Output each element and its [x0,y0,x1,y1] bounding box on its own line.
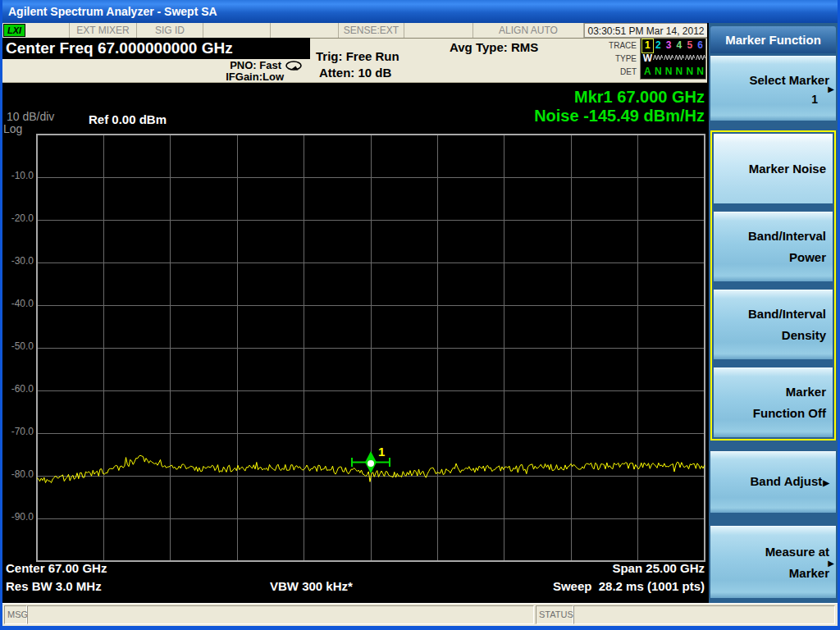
status-cell-empty [203,23,271,38]
marker-freq-readout: Mkr1 67.000 GHz [574,88,705,107]
spectrum-plot: 1 [36,134,705,562]
marker-function-radio-group: Marker NoiseBand/IntervalPowerBand/Inter… [710,130,836,441]
softkey-select-marker[interactable]: Select Marker1▶ [710,56,836,121]
center-freq-annotation: Center 67.00 GHz [6,561,107,575]
trace-5-type-icon [684,52,695,66]
status-cell-ext-mixer: EXT MIXER [70,23,137,38]
continuous-sweep-icon [285,60,304,71]
softkey-band-interval-power-line1: Band/Interval [748,226,826,247]
spectrum-analyzer-window: Agilent Spectrum Analyzer - Swept SA LXI… [0,0,840,630]
y-axis-label--90.0: -90.0 [2,511,34,523]
submenu-arrow-icon: ▶ [828,84,834,94]
status-cell-empty [271,23,339,38]
softkey-marker-noise[interactable]: Marker Noise [714,134,833,203]
status-cell-empty [404,23,473,38]
trace-5-detector: N [684,66,695,79]
display-area: Mkr1 67.000 GHz Noise -145.49 dBm/Hz 10 … [2,83,707,603]
trace-legend-labels: TRACE TYPE DET [582,39,637,78]
ref-level-label: Ref 0.00 dBm [89,112,167,126]
measurement-bar: Center Freq 67.000000000 GHz PNO: Fast I… [2,39,707,83]
status-cell-empty: LXI [2,23,70,38]
datetime-display: 03:30:51 PM Mar 14, 2012 [584,23,707,38]
status-field [573,605,835,624]
ifgain-status: IFGain:Low [226,71,284,83]
softkey-select-marker-value: 1 [811,91,829,107]
trace-numbers-row: 123456 [642,39,705,52]
softkey-band-interval-density-line2: Density [782,325,826,346]
trace-5-number: 5 [684,39,695,52]
y-axis-label--40.0: -40.0 [2,298,34,309]
trace-detectors-row: ANNNNN [642,66,705,79]
scale-per-div-label: 10 dB/div [7,110,54,123]
active-function-readout: Center Freq 67.000000000 GHz [2,38,310,59]
trace-6-type-icon [695,52,705,66]
softkey-marker-function-off-line1: Marker [786,381,826,403]
attenuation-status: Atten: 10 dB [319,66,391,80]
window-title-bar: Agilent Spectrum Analyzer - Swept SA [0,0,840,23]
trace-4-type-icon [673,52,684,66]
type-row-label: TYPE [582,52,637,65]
lxi-indicator: LXI [3,24,25,37]
msg-field [27,605,534,624]
status-cell-sig-id: SIG ID [137,23,203,38]
avg-type-status: Avg Type: RMS [450,40,538,54]
softkey-menu-title: Marker Function [710,26,836,53]
msg-label: MSG [4,605,27,624]
y-axis-label--80.0: -80.0 [2,468,34,480]
softkey-band-interval-density-line1: Band/Interval [748,304,826,325]
y-axis-label--50.0: -50.0 [2,340,34,352]
trace-3-type-icon [664,52,674,66]
trace-1-number: 1 [642,39,653,52]
trace-2-detector: N [653,66,664,79]
softkey-marker-function-off[interactable]: MarkerFunction Off [714,368,833,437]
marker-1-center-dot [368,460,374,467]
trace-4-number: 4 [673,39,684,52]
span-annotation: Span 25.00 GHz [612,561,705,575]
y-axis-label--20.0: -20.0 [2,212,34,224]
softkey-measure-at-marker[interactable]: Measure atMarker▶ [710,526,836,598]
y-axis-label--10.0: -10.0 [2,170,34,181]
softkey-measure-at-marker-line1: Measure at [765,541,829,563]
trigger-status: Trig: Free Run [316,49,399,63]
status-cell-sense-ext: SENSE:EXT [339,23,404,38]
softkey-marker-function-off-line2: Function Off [753,403,826,424]
softkey-buttons: Select Marker1▶Marker NoiseBand/Interval… [710,56,836,598]
trace-1-detector: A [642,66,653,79]
softkey-marker-noise-line1: Marker Noise [749,158,826,180]
message-status-bar: MSG STATUS [2,603,838,626]
trace-types-row: W [642,52,705,66]
marker-1-label: 1 [378,445,385,459]
trace-3-detector: N [664,66,674,79]
scale-type-label: Log [3,122,22,135]
pno-status: PNO: Fast [230,59,281,71]
y-axis-label--30.0: -30.0 [2,255,34,267]
trace-6-detector: N [695,66,705,79]
trace-2-number: 2 [653,39,664,52]
softkey-band-interval-density[interactable]: Band/IntervalDensity [714,290,833,359]
trace-3-number: 3 [664,39,674,52]
graticule-area: 1 [36,134,705,562]
submenu-arrow-icon: ▶ [828,558,834,567]
softkey-band-interval-power[interactable]: Band/IntervalPower [714,212,833,281]
sweep-annotation: Sweep 28.2 ms (1001 pts) [553,579,705,593]
y-axis-label--70.0: -70.0 [2,426,34,437]
status-label: STATUS [536,605,573,624]
status-cell-align-auto: ALIGN AUTO [473,23,584,38]
res-bw-annotation: Res BW 3.0 MHz [6,579,102,593]
window-title: Agilent Spectrum Analyzer - Swept SA [8,5,217,18]
trace-1-type-icon: W [642,52,653,66]
submenu-arrow-icon: ▶ [823,478,829,487]
trace-row-label: TRACE [582,39,637,52]
softkey-measure-at-marker-line2: Marker [789,563,829,584]
det-row-label: DET [582,65,637,78]
vbw-annotation: VBW 300 kHz* [270,579,353,593]
trace-4-detector: N [673,66,684,79]
softkey-select-marker-line1: Select Marker [749,70,829,91]
trace-6-number: 6 [695,39,705,52]
softkey-band-adjust[interactable]: Band Adjust▶ [710,451,836,513]
y-axis-label--60.0: -60.0 [2,383,34,395]
softkey-menu: Marker Function Select Marker1▶Marker No… [707,23,838,603]
trace-2-type-icon [653,52,664,66]
softkey-band-adjust-line1: Band Adjust▶ [751,471,829,494]
instrument-status-row: LXIEXT MIXERSIG IDSENSE:EXTALIGN AUTO03:… [2,23,707,39]
